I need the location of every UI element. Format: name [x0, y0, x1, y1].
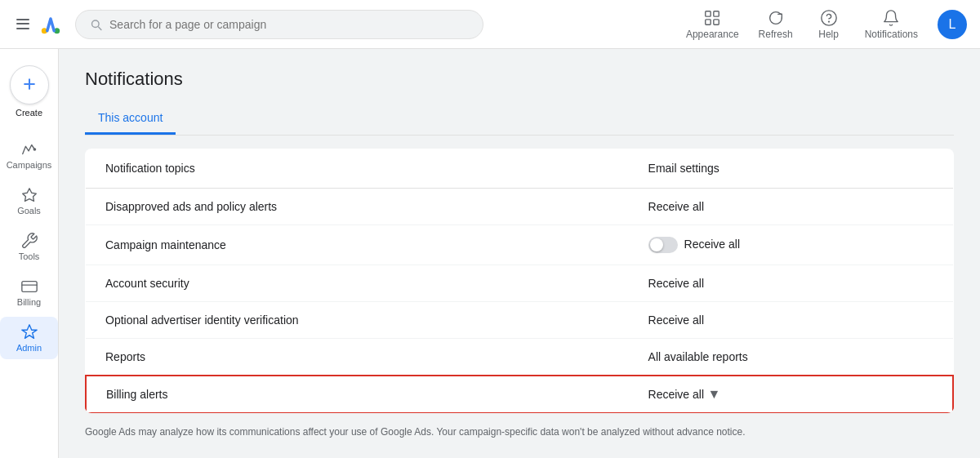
row-email-reports: All available reports [629, 339, 953, 376]
row-email-advertiser-identity: Receive all [629, 302, 953, 339]
svg-rect-4 [706, 11, 710, 16]
email-value-account-security: Receive all [648, 277, 704, 290]
table-row: Billing alertsReceive all ▼ [86, 376, 953, 414]
email-value-advertiser-identity: Receive all [648, 313, 704, 327]
appearance-icon [703, 9, 721, 27]
row-email-account-security: Receive all [629, 265, 953, 302]
svg-point-8 [821, 10, 835, 24]
top-navigation: Appearance Refresh Help Notifications [0, 0, 980, 49]
svg-marker-11 [22, 189, 36, 202]
notifications-button[interactable]: Notifications [858, 6, 924, 43]
email-value-reports: All available reports [648, 350, 748, 363]
help-button[interactable]: Help [806, 6, 852, 43]
row-email-campaign-maintenance[interactable]: Receive all [629, 225, 953, 265]
table-row: ReportsAll available reports [86, 339, 953, 376]
row-topic-campaign-maintenance: Campaign maintenance [86, 225, 629, 265]
admin-label: Admin [16, 343, 42, 353]
help-label: Help [818, 29, 839, 40]
create-button[interactable] [10, 65, 49, 104]
row-topic-disapproved: Disapproved ads and policy alerts [86, 189, 629, 225]
billing-icon [20, 278, 38, 296]
help-icon [820, 9, 838, 27]
goals-label: Goals [17, 206, 41, 216]
row-topic-account-security: Account security [86, 265, 629, 302]
admin-icon [20, 323, 38, 341]
create-label: Create [16, 108, 42, 118]
billing-label: Billing [17, 297, 41, 307]
search-icon [89, 17, 103, 32]
table-row: Account securityReceive all [86, 265, 953, 302]
email-value-billing-alerts: Receive all [648, 388, 704, 401]
table-row: Disapproved ads and policy alertsReceive… [86, 189, 953, 225]
table-header-row: Notification topics Email settings [86, 149, 953, 189]
email-value-disapproved: Receive all [648, 200, 704, 213]
refresh-button[interactable]: Refresh [752, 6, 800, 43]
goals-icon [20, 186, 38, 204]
refresh-icon [767, 9, 785, 27]
sidebar-item-campaigns[interactable]: Campaigns [0, 134, 58, 176]
col-header-topic: Notification topics [86, 149, 629, 189]
tabs-bar: This account [85, 103, 954, 136]
row-email-billing-alerts[interactable]: Receive all ▼ [629, 376, 953, 414]
appearance-label: Appearance [686, 29, 739, 40]
dropdown-arrow-billing-alerts[interactable]: ▼ [704, 387, 720, 401]
search-input[interactable] [109, 18, 470, 31]
sidebar-item-admin[interactable]: Admin [0, 317, 58, 359]
notifications-table: Notification topics Email settings Disap… [85, 149, 954, 413]
google-ads-logo [39, 13, 62, 36]
tab-this-account[interactable]: This account [85, 103, 176, 135]
svg-point-9 [828, 21, 829, 22]
svg-rect-12 [21, 282, 36, 292]
row-email-disapproved: Receive all [629, 189, 953, 225]
page-title: Notifications [85, 69, 954, 90]
row-topic-billing-alerts: Billing alerts [86, 376, 629, 414]
sidebar-item-create[interactable]: Create [0, 59, 58, 124]
svg-rect-7 [714, 19, 719, 24]
svg-point-10 [33, 148, 36, 151]
toggle-campaign-maintenance[interactable] [648, 237, 678, 253]
menu-icon[interactable] [13, 15, 33, 34]
col-header-email: Email settings [629, 149, 953, 189]
notifications-icon [882, 9, 900, 27]
email-value-campaign-maintenance: Receive all [684, 238, 740, 251]
campaigns-icon [20, 140, 38, 158]
sidebar-item-goals[interactable]: Goals [0, 180, 58, 222]
plus-icon [21, 76, 38, 92]
search-bar[interactable] [75, 10, 483, 39]
table-row: Campaign maintenanceReceive all [86, 225, 953, 265]
row-topic-reports: Reports [86, 339, 629, 376]
sidebar-item-tools[interactable]: Tools [0, 225, 58, 268]
main-content: Notifications This account Notification … [59, 49, 980, 458]
campaigns-label: Campaigns [7, 160, 52, 170]
sidebar: Create Campaigns Goals Tools Billing [0, 49, 59, 458]
notifications-card: Notification topics Email settings Disap… [85, 149, 954, 413]
nav-actions: Appearance Refresh Help Notifications [679, 6, 967, 43]
tools-icon [20, 232, 38, 250]
appearance-button[interactable]: Appearance [679, 6, 746, 43]
svg-rect-6 [706, 19, 710, 24]
svg-rect-5 [714, 11, 719, 16]
table-row: Optional advertiser identity verificatio… [86, 302, 953, 339]
sidebar-item-billing[interactable]: Billing [0, 271, 58, 313]
footer-note: Google Ads may analyze how its communica… [85, 426, 820, 438]
refresh-label: Refresh [759, 29, 793, 40]
row-topic-advertiser-identity: Optional advertiser identity verificatio… [86, 302, 629, 339]
notifications-label: Notifications [865, 29, 918, 40]
user-avatar[interactable]: L [938, 10, 967, 39]
tools-label: Tools [19, 251, 40, 261]
